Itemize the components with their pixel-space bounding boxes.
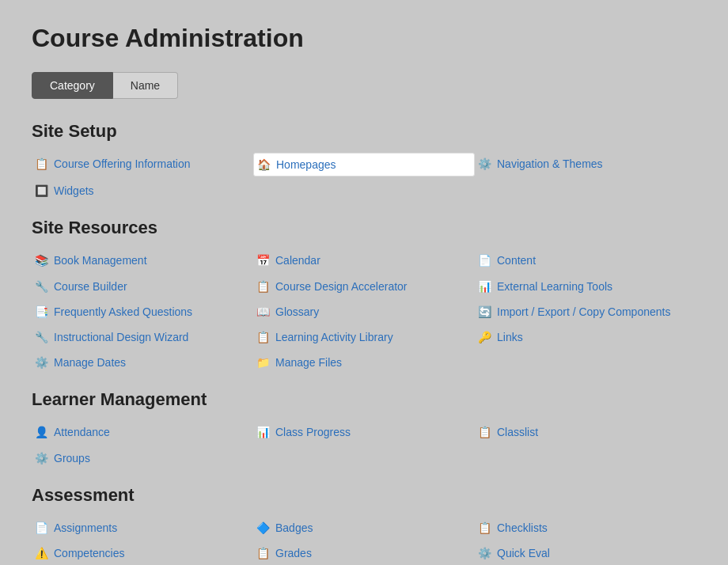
competencies-link[interactable]: Competencies — [54, 546, 125, 560]
classlist-link[interactable]: Classlist — [497, 425, 538, 439]
grid-item-attendance[interactable]: 👤Attendance — [32, 421, 253, 443]
links-link[interactable]: Links — [497, 330, 523, 344]
grid-item-links[interactable]: 🔑Links — [475, 326, 696, 348]
grid-item-course-builder[interactable]: 🔧Course Builder — [32, 275, 253, 298]
assignments-link[interactable]: Assignments — [54, 521, 117, 535]
quick-eval-link[interactable]: Quick Eval — [497, 546, 550, 560]
assignments-icon: 📄 — [35, 521, 49, 534]
groups-icon: ⚙️ — [35, 452, 49, 465]
book-management-link[interactable]: Book Management — [54, 253, 147, 267]
learning-activity-icon: 📋 — [256, 331, 271, 343]
manage-dates-link[interactable]: Manage Dates — [54, 355, 126, 370]
checklists-link[interactable]: Checklists — [497, 521, 548, 535]
course-builder-link[interactable]: Course Builder — [54, 279, 127, 294]
manage-files-link[interactable]: Manage Files — [275, 355, 342, 370]
course-design-accelerator-link[interactable]: Course Design Accelerator — [275, 279, 408, 294]
classlist-icon: 📋 — [478, 426, 492, 438]
checklists-icon: 📋 — [478, 521, 492, 534]
import-export-icon: 🔄 — [478, 305, 492, 318]
grid-item-manage-dates[interactable]: ⚙️Manage Dates — [32, 351, 253, 374]
course-offering-info-link[interactable]: Course Offering Information — [54, 157, 191, 171]
section-learner-management: Learner Management👤Attendance📊Class Prog… — [32, 389, 696, 468]
grid-item-import-export[interactable]: 🔄Import / Export / Copy Components — [475, 301, 696, 323]
grid-item-homepages[interactable]: 🏠Homepages — [253, 153, 475, 176]
badges-link[interactable]: Badges — [275, 521, 313, 535]
grid-cell-empty — [475, 180, 696, 202]
competencies-icon: ⚠️ — [35, 547, 49, 559]
grid-item-grades[interactable]: 📋Grades — [253, 542, 475, 564]
faq-icon: 📑 — [35, 305, 49, 318]
grid-item-course-offering-info[interactable]: 📋Course Offering Information — [32, 153, 253, 176]
nav-themes-link[interactable]: Navigation & Themes — [497, 157, 603, 171]
grid-item-external-learning-tools[interactable]: 📊External Learning Tools — [475, 275, 696, 298]
grid-item-classlist[interactable]: 📋Classlist — [475, 421, 696, 443]
grid-cell-empty — [253, 447, 475, 469]
manage-dates-icon: ⚙️ — [35, 356, 49, 369]
quick-eval-icon: ⚙️ — [478, 547, 492, 559]
instructional-design-link[interactable]: Instructional Design Wizard — [54, 330, 188, 344]
grid-item-assignments[interactable]: 📄Assignments — [32, 517, 253, 539]
grades-icon: 📋 — [256, 547, 271, 559]
content-link[interactable]: Content — [497, 253, 536, 267]
grid-item-content[interactable]: 📄Content — [475, 249, 696, 271]
class-progress-link[interactable]: Class Progress — [275, 425, 351, 439]
faq-link[interactable]: Frequently Asked Questions — [54, 305, 192, 319]
groups-link[interactable]: Groups — [54, 451, 90, 465]
section-title-site-setup: Site Setup — [32, 121, 696, 142]
grid-item-instructional-design[interactable]: 🔧Instructional Design Wizard — [32, 326, 253, 348]
grid-site-setup: 📋Course Offering Information🏠Homepages⚙️… — [32, 153, 696, 202]
section-site-resources: Site Resources📚Book Management📅Calendar📄… — [32, 218, 696, 374]
homepages-link[interactable]: Homepages — [276, 157, 336, 172]
widgets-link[interactable]: Widgets — [54, 184, 94, 198]
grid-item-course-design-accelerator[interactable]: 📋Course Design Accelerator — [253, 275, 475, 298]
grid-item-nav-themes[interactable]: ⚙️Navigation & Themes — [475, 153, 696, 176]
section-title-assessment: Assessment — [32, 485, 696, 506]
grid-item-calendar[interactable]: 📅Calendar — [253, 249, 475, 271]
glossary-icon: 📖 — [256, 305, 271, 318]
course-builder-icon: 🔧 — [35, 280, 49, 293]
grid-item-glossary[interactable]: 📖Glossary — [253, 301, 475, 323]
grid-item-groups[interactable]: ⚙️Groups — [32, 447, 253, 469]
nav-themes-icon: ⚙️ — [478, 157, 492, 170]
attendance-icon: 👤 — [35, 426, 49, 438]
class-progress-icon: 📊 — [256, 426, 271, 438]
grid-item-competencies[interactable]: ⚠️Competencies — [32, 542, 253, 564]
section-title-site-resources: Site Resources — [32, 218, 696, 238]
sections-container: Site Setup📋Course Offering Information🏠H… — [32, 121, 696, 565]
grid-cell-empty — [253, 180, 475, 202]
import-export-link[interactable]: Import / Export / Copy Components — [497, 305, 670, 319]
tab-name[interactable]: Name — [113, 72, 178, 99]
homepages-icon: 🏠 — [257, 158, 271, 171]
page-title: Course Administration — [32, 24, 696, 53]
attendance-link[interactable]: Attendance — [54, 425, 110, 439]
grid-item-quick-eval[interactable]: ⚙️Quick Eval — [475, 542, 696, 564]
grid-item-checklists[interactable]: 📋Checklists — [475, 517, 696, 539]
instructional-design-icon: 🔧 — [35, 331, 49, 343]
external-learning-tools-icon: 📊 — [478, 280, 492, 293]
content-icon: 📄 — [478, 254, 492, 267]
manage-files-icon: 📁 — [256, 356, 271, 369]
grid-site-resources: 📚Book Management📅Calendar📄Content🔧Course… — [32, 249, 696, 374]
grid-item-class-progress[interactable]: 📊Class Progress — [253, 421, 475, 443]
tab-category[interactable]: Category — [32, 72, 113, 99]
glossary-link[interactable]: Glossary — [275, 305, 319, 319]
grid-item-learning-activity[interactable]: 📋Learning Activity Library — [253, 326, 475, 348]
grades-link[interactable]: Grades — [275, 546, 312, 560]
grid-cell-empty — [475, 351, 696, 374]
tab-bar: Category Name — [32, 72, 696, 99]
section-assessment: Assessment📄Assignments🔷Badges📋Checklists… — [32, 485, 696, 565]
external-learning-tools-link[interactable]: External Learning Tools — [497, 279, 612, 294]
calendar-icon: 📅 — [256, 254, 271, 267]
section-site-setup: Site Setup📋Course Offering Information🏠H… — [32, 121, 696, 202]
course-offering-info-icon: 📋 — [35, 157, 49, 170]
grid-item-manage-files[interactable]: 📁Manage Files — [253, 351, 475, 374]
grid-item-widgets[interactable]: 🔲Widgets — [32, 180, 253, 202]
grid-learner-management: 👤Attendance📊Class Progress📋Classlist⚙️Gr… — [32, 421, 696, 468]
grid-cell-empty — [475, 447, 696, 469]
grid-item-faq[interactable]: 📑Frequently Asked Questions — [32, 301, 253, 323]
grid-item-badges[interactable]: 🔷Badges — [253, 517, 475, 539]
calendar-link[interactable]: Calendar — [275, 253, 320, 267]
grid-item-book-management[interactable]: 📚Book Management — [32, 249, 253, 271]
badges-icon: 🔷 — [256, 521, 271, 534]
learning-activity-link[interactable]: Learning Activity Library — [275, 330, 393, 344]
